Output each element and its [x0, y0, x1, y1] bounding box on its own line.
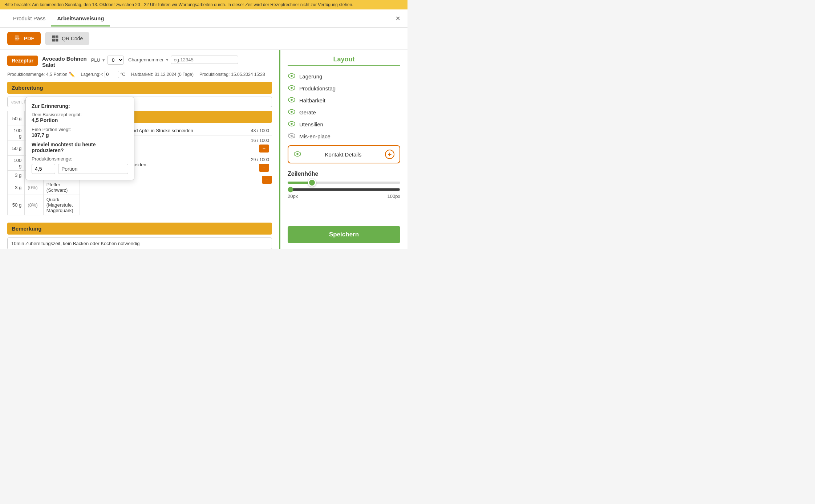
eye-icon: [288, 85, 296, 92]
kontakt-card[interactable]: Kontakt Details +: [288, 145, 400, 163]
step-right-1: 48 / 1000: [251, 128, 269, 133]
kontakt-label: Kontakt Details: [325, 151, 362, 158]
tooltip-weight-label: Eine Portion wiegt:: [32, 127, 128, 132]
close-button[interactable]: ×: [396, 14, 400, 23]
portion-label: Portion: [53, 72, 67, 77]
step4-minus-button[interactable]: −: [262, 176, 272, 184]
step3-minus-button[interactable]: −: [259, 164, 269, 172]
step-right-3: 29 / 1000 −: [251, 157, 269, 172]
ingredient-row: 50 g(8%)Quark (Magerstufe, Magerquark): [8, 195, 80, 215]
bemerkung-text: 10min Zubereitungszeit, kein Backen oder…: [7, 237, 272, 249]
ingredient-pct: (0%): [25, 180, 44, 195]
ingredient-amount: 3 g: [8, 180, 25, 195]
svg-point-14: [291, 75, 293, 77]
tooltip-weight-section: Eine Portion wiegt: 107,7 g: [32, 127, 128, 138]
ingredient-amount: 100 g: [8, 126, 25, 141]
lagerung-label: Lagerung:<: [81, 72, 103, 77]
svg-rect-11: [56, 40, 57, 41]
rezeptur-badge: Rezeptur: [7, 56, 38, 66]
svg-point-16: [291, 87, 293, 89]
tooltip-portion-input[interactable]: [58, 164, 128, 174]
recipe-name: Avocado BohnenSalat: [42, 56, 87, 68]
svg-rect-9: [56, 39, 57, 40]
slider-fill: [288, 182, 310, 184]
lagerung-unit: °C: [121, 72, 125, 77]
eye-icon: [288, 133, 296, 140]
qr-button[interactable]: QR Code: [45, 32, 89, 45]
svg-point-18: [291, 99, 293, 101]
layout-item-utensilien[interactable]: Utensilien: [288, 118, 400, 130]
layout-item-label: Haltbarkeit: [299, 97, 325, 103]
pdf-button[interactable]: PDF PDF: [7, 32, 41, 45]
eye-icon: [288, 121, 296, 128]
charge-arrow-icon: ▾: [166, 57, 169, 62]
layout-item-label: Geräte: [299, 109, 316, 115]
save-button[interactable]: Speichern: [288, 226, 400, 243]
slider-wrapper: [288, 182, 400, 184]
qr-icon: [52, 35, 59, 42]
modal: Produkt Pass Arbeitsanweisung × PDF PDF …: [0, 9, 408, 249]
tab-produkt-pass[interactable]: Produkt Pass: [7, 10, 51, 27]
layout-items-container: Lagerung Produktionstag Haltbarkeit: [288, 70, 400, 142]
ingredient-amount: 50 g: [8, 141, 25, 156]
bemerkung-section: Bemerkung 10min Zubereitungszeit, kein B…: [7, 223, 272, 249]
meta-row: Produktionsmenge: 4,5 Portion ✏️ Lagerun…: [7, 71, 272, 78]
svg-rect-10: [57, 40, 58, 41]
tooltip-number-input[interactable]: [32, 164, 55, 174]
step2-minus-button[interactable]: −: [259, 145, 269, 153]
slider-labels: 20px 100px: [288, 194, 400, 199]
layout-item-lagerung[interactable]: Lagerung: [288, 70, 400, 82]
svg-rect-5: [53, 36, 54, 37]
layout-item-haltbarkeit[interactable]: Haltbarkeit: [288, 94, 400, 106]
plu-select[interactable]: 0: [107, 56, 124, 65]
step-score-2: 16 / 1000: [251, 138, 269, 143]
edit-icon[interactable]: ✏️: [69, 72, 75, 77]
tooltip-weight-value: 107,7 g: [32, 132, 128, 138]
svg-point-20: [291, 111, 293, 113]
plu-arrow-icon: ▾: [102, 57, 105, 63]
produktionsmenge-label: Produktionsmenge: 4,5: [7, 72, 52, 77]
svg-text:PDF: PDF: [15, 37, 20, 40]
eye-icon: [288, 73, 296, 80]
eye-icon: [288, 97, 296, 104]
produktionstag-value: 15.05.2024 15:28: [231, 72, 265, 77]
lagerung-input[interactable]: [105, 71, 119, 78]
slider-min-label: 20px: [288, 194, 298, 199]
ingredient-pct: (8%): [25, 195, 44, 215]
section-zubereitung: Zubereitung: [7, 82, 272, 94]
tooltip-input-row: [32, 164, 128, 174]
section-bemerkung: Bemerkung: [7, 223, 272, 235]
chargennummer-field: Chargennummer ▾: [128, 56, 238, 64]
layout-item-mis-en-place[interactable]: Mis-en-place: [288, 130, 400, 142]
slider-thumb: [308, 179, 316, 187]
kontakt-eye-icon: [293, 151, 301, 158]
tooltip-basis-section: Dein Basisrezept ergibt: 4,5 Portion: [32, 112, 128, 123]
layout-item-geräte[interactable]: Geräte: [288, 106, 400, 118]
modal-header: Produkt Pass Arbeitsanweisung ×: [0, 9, 408, 28]
zeilenhohe-section: Zeilenhöhe 20px 100px: [288, 171, 400, 199]
step-score-1: 48 / 1000: [251, 128, 269, 133]
tooltip-basis-value: 4,5 Portion: [32, 117, 128, 123]
svg-point-22: [291, 123, 293, 125]
pdf-icon: PDF: [14, 35, 21, 42]
tab-arbeitsanweisung[interactable]: Arbeitsanweisung: [51, 10, 110, 27]
toolbar: PDF PDF QR Code: [0, 28, 408, 50]
tooltip-prod-label: Produktionsmenge:: [32, 156, 128, 162]
svg-point-27: [296, 153, 299, 155]
svg-rect-6: [56, 36, 57, 37]
preview-area: Rezeptur Avocado BohnenSalat PLU ▾ 0 Cha…: [0, 50, 280, 249]
tooltip-basis-label: Dein Basisrezept ergibt:: [32, 112, 128, 117]
banner-text: Bitte beachte: Am kommenden Sonntag, den…: [4, 2, 353, 7]
layout-item-produktionstag[interactable]: Produktionstag: [288, 82, 400, 94]
ingredient-amount: 100 g: [8, 156, 25, 171]
haltbarkeit-value: 31.12.2024 (0 Tage): [155, 72, 194, 77]
ingredient-row: 3 g(0%)Pfeffer (Schwarz): [8, 180, 80, 195]
add-kontakt-button[interactable]: +: [385, 150, 394, 159]
maintenance-banner: Bitte beachte: Am kommenden Sonntag, den…: [0, 0, 408, 9]
slider-track: [288, 182, 400, 184]
right-panel: Layout Lagerung Produktionstag: [280, 50, 408, 249]
layout-item-label: Utensilien: [299, 121, 323, 127]
svg-rect-7: [53, 40, 54, 41]
charge-input[interactable]: [171, 56, 238, 64]
zeilenhohe-slider[interactable]: [288, 187, 400, 192]
